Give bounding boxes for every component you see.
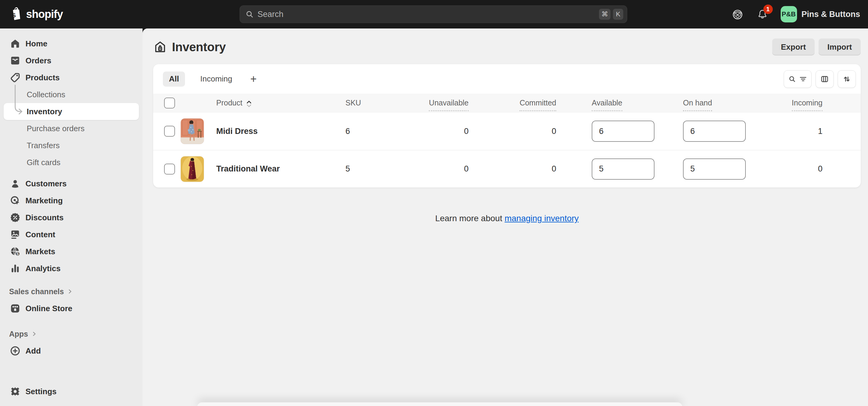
svg-text:$: $ (17, 252, 19, 256)
sidebar-item-settings[interactable]: Settings (4, 383, 139, 400)
column-header-unavailable[interactable]: Unavailable (408, 97, 469, 109)
orders-icon (9, 55, 21, 67)
notifications-button[interactable]: 1 (756, 7, 769, 21)
sidebar-item-markets[interactable]: $ Markets (4, 243, 139, 260)
sidebar-item-marketing[interactable]: Marketing (4, 192, 139, 209)
column-label: Available (592, 98, 622, 111)
column-header-incoming[interactable]: Incoming (746, 97, 823, 109)
product-link[interactable]: Traditional Wear (216, 164, 280, 174)
available-quantity-input[interactable] (592, 159, 654, 180)
managing-inventory-link[interactable]: managing inventory (505, 213, 579, 223)
sidebar-item-label: Home (26, 39, 47, 48)
available-quantity-input[interactable] (592, 121, 654, 142)
sales-channels-header[interactable]: Sales channels (0, 283, 143, 300)
sidebar-item-transfers[interactable]: Transfers (4, 137, 139, 154)
sidekick-face-icon (731, 7, 744, 21)
page-header: Inventory Export Import (153, 36, 861, 58)
sidebar-item-gift-cards[interactable]: Gift cards (4, 154, 139, 171)
discount-badge-icon (9, 211, 21, 224)
select-all-checkbox[interactable] (164, 98, 175, 108)
shopify-wordmark: shopify (26, 6, 67, 22)
sidebar-item-label: Online Store (26, 304, 72, 313)
table-header-row: Product SKU Unavailable Committed Availa… (153, 94, 861, 112)
add-view-button[interactable]: + (245, 71, 262, 87)
shopify-bag-icon: S (9, 6, 23, 22)
kbd-command: ⌘ (599, 9, 611, 20)
row-checkbox[interactable] (164, 126, 175, 137)
sidebar-item-label: Customers (26, 179, 67, 189)
sidebar-item-products[interactable]: Products (4, 69, 139, 86)
on-hand-quantity-input[interactable] (683, 159, 746, 180)
table-row: Midi Dress 6 0 0 1 (153, 112, 861, 150)
sidebar-item-add-app[interactable]: Add (4, 342, 139, 359)
sort-caret-icon (245, 100, 253, 108)
product-thumbnail-midi-dress (181, 118, 204, 144)
sidebar-item-discounts[interactable]: Discounts (4, 209, 139, 226)
export-button[interactable]: Export (772, 38, 815, 56)
learn-more-footer: Learn more about managing inventory (153, 213, 861, 223)
sidebar-item-label: Markets (26, 247, 55, 256)
tab-incoming[interactable]: Incoming (194, 71, 238, 87)
svg-text:shopify: shopify (26, 8, 63, 20)
column-header-available[interactable]: Available (556, 97, 654, 109)
sidekick-assistant-button[interactable] (731, 7, 744, 21)
columns-button[interactable] (815, 70, 834, 88)
sidebar-item-collections[interactable]: Collections (4, 86, 139, 103)
search-icon (245, 10, 254, 19)
sidebar-item-customers[interactable]: Customers (4, 175, 139, 192)
column-header-on-hand[interactable]: On hand (654, 97, 746, 109)
tabs-row: All Incoming + (153, 64, 861, 94)
column-label: Committed (520, 98, 556, 111)
column-header-sku[interactable]: SKU (345, 98, 408, 107)
top-bar: S shopify Search ⌘ K (0, 0, 868, 29)
kbd-k: K (613, 9, 623, 20)
sku-cell: 6 (345, 127, 408, 136)
committed-cell: 0 (469, 127, 556, 136)
notification-count-badge: 1 (763, 5, 773, 14)
main-content: Inventory Export Import All Incoming + (143, 29, 868, 406)
sku-cell: 5 (345, 164, 408, 174)
sidebar-nav: Home Orders Products Collections (0, 29, 143, 406)
sort-button[interactable] (838, 70, 856, 88)
plus-circle-icon (9, 345, 21, 357)
sidebar-item-label: Products (26, 73, 60, 82)
column-header-committed[interactable]: Committed (469, 97, 556, 109)
column-label: Incoming (792, 98, 823, 111)
sidebar-item-orders[interactable]: Orders (4, 52, 139, 69)
sidebar-item-home[interactable]: Home (4, 35, 139, 52)
content-image-icon (9, 229, 21, 241)
bottom-sheet-peek (197, 402, 682, 406)
page-title: Inventory (172, 40, 226, 54)
sidebar-subitem-label: Gift cards (27, 158, 60, 167)
sidebar-item-label: Marketing (26, 196, 63, 205)
product-link[interactable]: Midi Dress (216, 127, 258, 136)
column-label: Product (216, 98, 242, 107)
sales-channels-label: Sales channels (9, 287, 64, 296)
row-checkbox[interactable] (164, 164, 175, 174)
analytics-bars-icon (9, 262, 21, 274)
store-account-menu[interactable]: P&B Pins & Buttons (781, 6, 860, 23)
sidebar-item-purchase-orders[interactable]: Purchase orders (4, 120, 139, 137)
markets-globe-icon: $ (9, 245, 21, 258)
home-icon (9, 38, 21, 50)
global-search-input[interactable]: Search ⌘ K (240, 5, 627, 23)
incoming-cell: 1 (746, 127, 823, 136)
sidebar-item-analytics[interactable]: Analytics (4, 260, 139, 277)
sidebar-item-label: Analytics (26, 264, 61, 273)
sidebar-item-inventory[interactable]: Inventory (4, 103, 139, 120)
apps-label: Apps (9, 330, 28, 338)
apps-header[interactable]: Apps (0, 326, 143, 342)
shopify-logo[interactable]: S shopify (9, 6, 67, 22)
search-placeholder: Search (257, 10, 599, 19)
search-filter-button[interactable] (784, 70, 812, 88)
on-hand-quantity-input[interactable] (683, 121, 746, 142)
tab-all[interactable]: All (163, 71, 185, 87)
sidebar-item-label: Discounts (26, 213, 64, 223)
column-header-product[interactable]: Product (212, 98, 345, 107)
online-store-icon (9, 302, 21, 314)
sidebar-item-online-store[interactable]: Online Store (4, 300, 139, 317)
sidebar-item-content[interactable]: Content (4, 226, 139, 243)
import-button[interactable]: Import (818, 38, 861, 56)
columns-icon (820, 75, 829, 83)
column-label: On hand (683, 98, 712, 111)
